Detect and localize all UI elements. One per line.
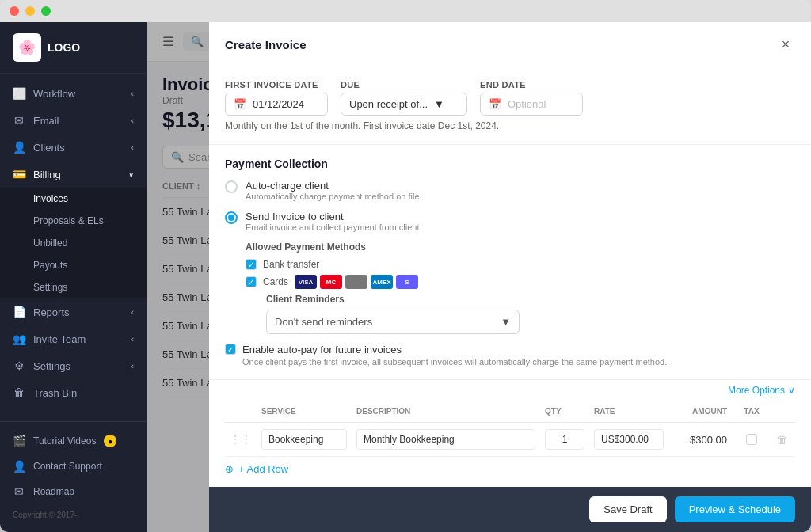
sidebar-label-reports: Reports (33, 306, 70, 318)
service-input[interactable] (261, 429, 347, 450)
sidebar-item-settings[interactable]: ⚙ Settings ‹ (0, 352, 147, 379)
due-chevron-icon: ▼ (434, 98, 444, 110)
invoice-line-items-table: SERVICE DESCRIPTION QTY RATE AMOUNT TAX (225, 401, 795, 457)
sidebar-label-email: Email (33, 115, 59, 127)
description-input[interactable] (356, 429, 535, 450)
settings-chevron-icon: ‹ (131, 362, 134, 370)
more-options-label: More Options (728, 385, 785, 396)
send-invoice-label: Send Invoice to client (246, 211, 419, 222)
close-button[interactable] (10, 6, 19, 16)
invite-icon: 👥 (13, 332, 25, 345)
reports-chevron-icon: ‹ (131, 308, 134, 317)
calendar-icon: 📅 (234, 98, 246, 110)
send-invoice-option[interactable]: Send Invoice to client Email invoice and… (225, 211, 795, 232)
visa-icon: VISA (295, 275, 317, 289)
copyright-text: Copyright © 2017- (0, 504, 147, 526)
invoice-line-row: ⋮⋮ $300.00 (225, 423, 795, 457)
support-icon: 👤 (13, 460, 25, 473)
auto-charge-option[interactable]: Auto-charge client Automatically charge … (225, 180, 795, 201)
reminders-chevron-icon: ▼ (501, 316, 511, 328)
sidebar-subitem-settings[interactable]: Settings (0, 276, 147, 298)
sidebar-subitem-proposals[interactable]: Proposals & ELs (0, 210, 147, 232)
preview-schedule-button[interactable]: Preview & Schedule (675, 496, 795, 522)
sidebar-item-billing[interactable]: 💳 Billing ∨ (0, 161, 147, 188)
modal-title: Create Invoice (225, 38, 307, 51)
cards-row[interactable]: ✓ Cards VISA MC – AMEX S (246, 275, 795, 289)
due-value: Upon receipt of... (349, 98, 428, 110)
payment-section-title: Payment Collection (225, 158, 795, 170)
clients-icon: 👤 (13, 141, 25, 154)
sidebar-subitem-invoices[interactable]: Invoices (0, 188, 147, 210)
sidebar-item-workflow[interactable]: ⬜ Workflow ‹ (0, 80, 147, 107)
calendar-icon-2: 📅 (489, 98, 501, 110)
sidebar-bottom: 🎬 Tutorial Videos ● 👤 Contact Support ✉ … (0, 421, 147, 532)
end-date-input[interactable]: 📅 Optional (480, 93, 583, 116)
sidebar-label-workflow: Workflow (33, 88, 75, 100)
titlebar (0, 0, 811, 22)
sidebar-item-invite[interactable]: 👥 Invite Team ‹ (0, 325, 147, 352)
col-amount: AMOUNT (668, 401, 732, 423)
sidebar-item-roadmap[interactable]: ✉ Roadmap (0, 479, 147, 504)
maximize-button[interactable] (41, 6, 51, 16)
end-date-group: End Date 📅 Optional (480, 80, 583, 116)
tax-checkbox[interactable] (746, 434, 757, 445)
first-invoice-group: First invoice date 📅 01/12/2024 (225, 80, 328, 116)
reminders-value: Don't send reminders (275, 316, 372, 328)
modal-header: Create Invoice × (209, 22, 811, 67)
sidebar-item-tutorial[interactable]: 🎬 Tutorial Videos ● (0, 428, 147, 454)
rate-input[interactable] (594, 429, 664, 450)
save-draft-button[interactable]: Save Draft (589, 496, 666, 522)
sidebar-item-support[interactable]: 👤 Contact Support (0, 454, 147, 479)
auto-pay-sub: Once client pays the first invoice, all … (242, 357, 667, 367)
bank-transfer-checkbox[interactable]: ✓ (246, 259, 257, 270)
app-window: 🌸 LOGO ⬜ Workflow ‹ ✉ Email (0, 0, 811, 532)
reminders-title: Client Reminders (266, 294, 795, 305)
bank-transfer-row[interactable]: ✓ Bank transfer (246, 259, 795, 270)
delete-row-icon[interactable]: 🗑 (776, 433, 787, 446)
due-select[interactable]: Upon receipt of... ▼ (341, 93, 467, 116)
sidebar-nav: ⬜ Workflow ‹ ✉ Email ‹ 👤 Clients (0, 74, 147, 421)
payment-methods: Allowed Payment Methods ✓ Bank transfer (246, 241, 795, 334)
add-row-label: + Add Row (238, 463, 288, 475)
settings-icon: ⚙ (13, 359, 25, 372)
auto-pay-checkbox[interactable]: ✓ (225, 344, 236, 355)
logo-area: 🌸 LOGO (0, 22, 147, 74)
col-rate: RATE (589, 401, 668, 423)
auto-charge-radio[interactable] (225, 180, 238, 193)
due-group: Due Upon receipt of... ▼ (341, 80, 467, 116)
more-options-button[interactable]: More Options ∨ (209, 380, 811, 401)
email-icon: ✉ (13, 114, 25, 127)
auto-pay-label: Enable auto-pay for future invoices (242, 344, 667, 355)
reminders-dropdown[interactable]: Don't send reminders ▼ (266, 310, 520, 334)
modal-close-button[interactable]: × (776, 35, 795, 54)
sidebar-label-billing: Billing (33, 169, 61, 180)
cards-checkbox[interactable]: ✓ (246, 276, 257, 287)
workflow-icon: ⬜ (13, 87, 25, 100)
sidebar-subitem-payouts[interactable]: Payouts (0, 254, 147, 276)
email-chevron-icon: ‹ (131, 116, 134, 125)
auto-charge-sub: Automatically charge payment method on f… (246, 192, 420, 201)
sidebar-label-trash: Trash Bin (33, 387, 77, 399)
more-options-chevron-icon: ∨ (788, 385, 795, 396)
sidebar-item-email[interactable]: ✉ Email ‹ (0, 107, 147, 134)
col-qty: QTY (540, 401, 589, 423)
col-drag (225, 401, 257, 423)
add-row-button[interactable]: ⊕ + Add Row (225, 457, 288, 481)
diners-icon: – (345, 275, 367, 289)
first-invoice-input[interactable]: 📅 01/12/2024 (225, 93, 328, 116)
recurring-hint: Monthly on the 1st of the month. First i… (225, 120, 795, 131)
send-invoice-sub: Email invoice and collect payment from c… (246, 222, 419, 232)
table-header-row: SERVICE DESCRIPTION QTY RATE AMOUNT TAX (225, 401, 795, 423)
drag-handle-icon[interactable]: ⋮⋮ (230, 433, 252, 446)
send-invoice-radio[interactable] (225, 211, 238, 224)
sidebar-item-trash[interactable]: 🗑 Trash Bin (0, 379, 147, 406)
amex-icon: AMEX (371, 275, 393, 289)
billing-submenu: Invoices Proposals & ELs Unbilled Payout… (0, 188, 147, 298)
sidebar-item-clients[interactable]: 👤 Clients ‹ (0, 134, 147, 161)
invite-chevron-icon: ‹ (131, 335, 134, 344)
minimize-button[interactable] (25, 6, 35, 16)
sidebar-item-reports[interactable]: 📄 Reports ‹ (0, 298, 147, 325)
sidebar-subitem-unbilled[interactable]: Unbilled (0, 232, 147, 254)
qty-input[interactable] (545, 429, 584, 450)
payment-section: Payment Collection Auto-charge client Au… (209, 145, 811, 380)
